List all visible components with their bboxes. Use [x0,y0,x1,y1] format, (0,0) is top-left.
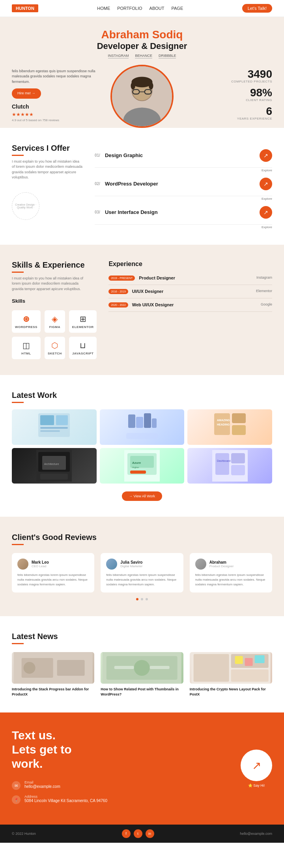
review-text-3: felis bibendum egestas lorem ipsum suspe… [195,573,267,587]
hire-button[interactable]: Hire me! → [12,88,41,99]
svg-rect-49 [150,666,170,669]
contact-address: 📍 Address 5084 Lincoln Village Kit Sacra… [12,795,107,804]
service-icon-2[interactable]: ↗ [260,178,272,190]
say-hi-button[interactable]: ↗ [241,750,272,781]
nav-cta-button[interactable]: Let's Talk! [242,4,272,13]
nav-page[interactable]: PAGE [172,6,183,11]
work-item-3[interactable]: AMAZING HEADING [187,409,272,445]
service-icon-3[interactable]: ↗ [260,206,272,219]
reviewer-title-1: CEO Lead [32,564,49,568]
work-item-1[interactable] [12,409,97,445]
skill-label-3: HTML [15,352,37,355]
skill-sketch: ⬡ SKETCH [45,337,65,359]
work-thumbnail-1 [12,409,97,445]
services-line [12,155,24,156]
service-num-1: 01/ [95,153,100,157]
cta-headline: Text us. Lets get to work. [12,728,107,771]
services-left: Services I Offer I must explain to you h… [12,144,83,229]
reviews-section: Client's Good Reviews Mark Leo CEO Lead … [0,517,284,616]
exp-item-2: 2016 - 2019 UI/UX Designer Elementor [108,285,272,298]
skills-desc: I must explain to you how all mistaken i… [12,276,91,292]
svg-text:Dashboard: Dashboard [217,459,230,462]
nav-about[interactable]: ABOUT [149,6,164,11]
svg-rect-55 [245,658,252,666]
work-item-5[interactable]: Azure Higher [100,448,185,484]
reviewer-avatar-1 [17,559,28,570]
svg-rect-22 [232,425,246,435]
nav-links: HOME PORTFOLIO ABOUT PAGE [97,6,183,11]
reviewer-info-1: Mark Leo CEO Lead [32,560,49,568]
social-instagram[interactable]: INSTAGRAM [108,54,129,58]
news-card-1[interactable]: Introducing the Stack Progress bar Addon… [12,652,94,697]
news-section: Latest News Introducing the Stack Progre… [0,616,284,712]
work-item-4[interactable]: Architecture [12,448,97,484]
hero-section: Abraham Sodiq Developer & Designer INSTA… [0,17,284,128]
reviews-title: Client's Good Reviews [12,532,272,542]
svg-rect-38 [231,453,245,463]
email-label: Email [24,780,60,784]
skills-line [12,272,24,273]
reviewer-name-2: Julia Saviro [120,560,142,564]
social-twitter[interactable]: t [134,829,142,838]
service-num-2: 02/ [95,182,100,186]
email-icon: ✉ [12,781,21,790]
work-item-6[interactable]: Dashboard [187,448,272,484]
reviewer-info-2: Julia Saviro Digital Marketer [120,560,142,568]
hero-subtitle: Developer & Designer [12,41,272,51]
reviewer-2: Julia Saviro Digital Marketer [106,559,178,570]
svg-rect-12 [56,415,68,425]
service-icon-1[interactable]: ↗ [260,149,272,162]
contact-address-content: Address 5084 Lincoln Village Kit Sacrame… [24,795,107,803]
dot-2[interactable] [141,598,143,600]
review-card-1: Mark Leo CEO Lead felis bibendum egestas… [12,553,94,592]
contact-email: ✉ Email hello@example.com [12,780,107,790]
news-title-3: Introducing the Crypto News Layout Pack … [190,687,272,697]
services-desc: I must explain to you how all mistaken i… [12,159,83,180]
svg-rect-14 [40,430,60,432]
nav-logo[interactable]: HUNTON [12,4,38,12]
nav-home[interactable]: HOME [97,6,110,11]
stat-num-1: 3490 [231,69,272,80]
service-item-1: 01/ Design Graphic ↗ [95,144,272,168]
social-linkedin[interactable]: in [146,829,154,838]
svg-rect-16 [136,417,143,428]
nav-portfolio[interactable]: PORTFOLIO [117,6,142,11]
service-name-3: User Interface Design [105,209,260,215]
exp-item-3: 2020 - 2022 Web UI/UX Designer Google [108,298,272,312]
cta-left: Text us. Lets get to work. ✉ Email hello… [12,728,107,809]
service-explore-3: Explore [95,225,272,229]
elementor-icon: ⊞ [72,314,94,324]
reviewer-1: Mark Leo CEO Lead [17,559,89,570]
carousel-dots [12,598,272,600]
navbar: HUNTON HOME PORTFOLIO ABOUT PAGE Let's T… [0,0,284,17]
work-item-2[interactable] [100,409,185,445]
email-value[interactable]: hello@example.com [24,784,60,789]
exp-company-1: Instagram [256,276,272,279]
dot-1[interactable] [136,598,138,600]
latest-work-title: Latest Work [12,391,272,400]
social-behance[interactable]: BEHANCE [135,54,152,58]
news-image-3 [190,652,272,684]
contact-email-content: Email hello@example.com [24,780,60,789]
service-item-3: 03/ User Interface Design ↗ [95,201,272,225]
news-card-3[interactable]: Introducing the Crypto News Layout Pack … [190,652,272,697]
stat-years-experience: 6 YEARS EXPERIENCE [237,106,272,120]
hero-left: felis bibendum egestas quis ipsum suspen… [12,65,103,123]
view-all-button[interactable]: → View All Work [122,491,162,501]
social-dribbble[interactable]: DRIBBBLE [159,54,176,58]
exp-date-1: 2019 - PRESENT [108,276,135,281]
service-item-2: 02/ WordPress Developer ↗ [95,172,272,196]
news-card-2[interactable]: How to Show Related Post with Thumbnails… [101,652,183,697]
reviewer-name-3: Abraham [209,560,234,564]
svg-rect-27 [40,474,68,480]
skill-javascript: ⊔ JAVASCRIPT [69,337,97,359]
footer-copy: © 2022 Hunton [12,832,36,836]
news-line [12,643,24,644]
sketch-icon: ⬡ [48,341,62,350]
reviewer-title-2: Digital Marketer [120,564,142,568]
review-card-3: Abraham Product Designer felis bibendum … [190,553,272,592]
dot-3[interactable] [146,598,148,600]
service-name-2: WordPress Developer [105,181,260,187]
say-hi-label: ⭐ Say Hi! [248,784,265,787]
social-facebook[interactable]: f [122,829,131,838]
